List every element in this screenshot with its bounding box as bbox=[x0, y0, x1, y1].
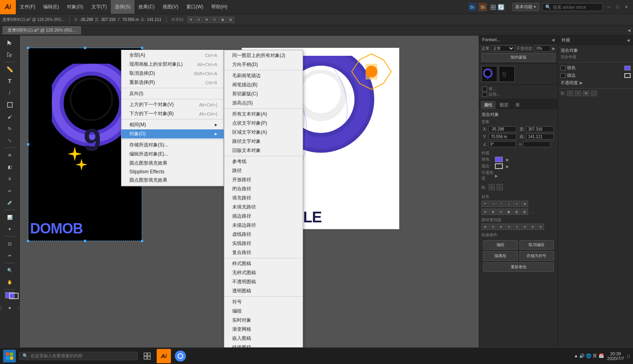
opacity-input[interactable] bbox=[535, 46, 551, 51]
distrib-h-btn[interactable]: ⊠ bbox=[489, 209, 497, 215]
obj-styled-art[interactable]: 样式图稿 bbox=[224, 259, 303, 268]
obj-direction-handle[interactable]: 方向手柄(D) bbox=[224, 60, 303, 69]
mask-thumbnail[interactable]: 9 bbox=[499, 66, 515, 82]
pf-outline-btn[interactable]: ⊛ bbox=[529, 224, 536, 230]
fill-swatch[interactable] bbox=[624, 66, 631, 70]
obj-closed-path[interactable]: 闭合路径 bbox=[224, 184, 303, 193]
align-left-btn[interactable]: ⊞ bbox=[188, 17, 195, 23]
menu-next-above[interactable]: 上方的下一个对象(V) Alt+Ctrl+] bbox=[121, 100, 224, 109]
y-input[interactable] bbox=[489, 134, 516, 140]
scale-tool[interactable]: ⤡ bbox=[4, 135, 16, 146]
fill-color-box[interactable] bbox=[495, 157, 503, 162]
pf-minus-btn[interactable]: ⊖ bbox=[489, 224, 497, 230]
fx-button[interactable]: fx bbox=[561, 90, 565, 96]
recolor-btn[interactable]: 重新着色 bbox=[483, 262, 554, 272]
effect-remove-btn[interactable]: - bbox=[497, 184, 503, 190]
ungroup-btn[interactable]: 取消编组 bbox=[519, 240, 554, 250]
menu-stipplism[interactable]: Stipplism Effects bbox=[121, 168, 224, 176]
distrib-left-btn[interactable]: ⊟ bbox=[481, 209, 489, 215]
tab-libraries[interactable]: 库 bbox=[512, 101, 523, 109]
restore-button[interactable]: □ bbox=[615, 4, 620, 10]
slice-tool[interactable]: ✂ bbox=[4, 250, 16, 261]
blend-mode-select[interactable]: 正常 bbox=[491, 46, 515, 51]
obj-mesh[interactable]: 渐变网格 bbox=[224, 325, 303, 334]
align-bottom-btn[interactable]: ▥ bbox=[227, 17, 234, 23]
obj-all-text[interactable]: 所有文本对象(A) bbox=[224, 110, 303, 119]
blend-tool[interactable]: ∞ bbox=[4, 185, 16, 196]
stroke-color-box[interactable] bbox=[495, 163, 503, 169]
app-copy-btn[interactable]: ⊞ bbox=[583, 91, 589, 96]
obj-transparent-art[interactable]: 透明图稿 bbox=[224, 286, 303, 296]
align-left-edges-btn[interactable]: ⊢ bbox=[481, 201, 489, 207]
taskbar-chrome-icon[interactable] bbox=[174, 350, 187, 362]
art-thumbnail[interactable]: 9 bbox=[481, 66, 497, 82]
obj-filled-path[interactable]: 填充路径 bbox=[224, 193, 303, 203]
obj-clipping-mask[interactable]: 剪切蒙版(C) bbox=[224, 89, 303, 99]
fontself-collapse-btn[interactable]: ◀ bbox=[552, 38, 555, 42]
effect-add-btn[interactable]: + bbox=[489, 184, 495, 190]
distrib-bottom-btn[interactable]: ▤ bbox=[521, 209, 528, 215]
draw-mode-icon[interactable]: ● bbox=[6, 304, 14, 312]
obj-group[interactable]: 编组 bbox=[224, 307, 303, 316]
obj-brush-stroke[interactable]: 画笔描边(B) bbox=[224, 80, 303, 89]
menu-save-selection[interactable]: 存储所选对象(S)... bbox=[121, 140, 224, 150]
pf-exclude-btn[interactable]: ⊘ bbox=[505, 224, 512, 230]
fill-opacity-btn[interactable]: ▶ bbox=[506, 157, 509, 162]
obj-path-text[interactable]: 路径文字对象 bbox=[224, 137, 303, 146]
stroke-checkbox[interactable] bbox=[561, 73, 565, 78]
bridge-icon[interactable]: Br bbox=[468, 3, 477, 11]
search-box[interactable]: 🔍 bbox=[542, 3, 603, 11]
pf-trim-btn[interactable]: ⊙ bbox=[513, 224, 520, 230]
type-tool[interactable]: T bbox=[4, 76, 16, 87]
opacity-expand-row-btn[interactable]: ▶ bbox=[495, 174, 498, 178]
stock-icon[interactable]: St bbox=[478, 3, 487, 11]
obj-solid-path[interactable]: 实线路径 bbox=[224, 239, 303, 248]
zoom-tool[interactable]: 🔍 bbox=[4, 265, 16, 276]
align-right-edges-btn[interactable]: ⊤ bbox=[497, 201, 504, 207]
obj-opaque-art[interactable]: 不透明图稿 bbox=[224, 277, 303, 286]
distrib-top-btn[interactable]: ▦ bbox=[505, 209, 512, 215]
pf-minus-back-btn[interactable]: ⊜ bbox=[537, 224, 544, 230]
menu-object[interactable]: 对象(O) bbox=[121, 129, 224, 138]
align-top-edges-btn[interactable]: ⊥ bbox=[505, 201, 512, 207]
search-input[interactable] bbox=[553, 5, 600, 9]
rect-tool[interactable] bbox=[4, 99, 16, 110]
menu-object[interactable]: 对象(O) bbox=[63, 0, 87, 14]
app-delete-btn[interactable]: × bbox=[575, 91, 581, 96]
menu-next-below[interactable]: 下方的下一个对象(B) Alt+Ctrl+[ bbox=[121, 109, 224, 118]
stroke-expand-btn[interactable]: ▶ bbox=[506, 164, 509, 169]
direct-selection-tool[interactable] bbox=[4, 49, 16, 60]
stroke-swatch-app[interactable] bbox=[624, 73, 631, 78]
taskbar-ai-icon[interactable]: Ai bbox=[157, 349, 171, 363]
obj-point-text[interactable]: 点状文字对象(P) bbox=[224, 119, 303, 128]
opacity-expand-btn[interactable]: ▶ bbox=[580, 80, 583, 85]
obj-open-path[interactable]: 开放路径 bbox=[224, 175, 303, 184]
obj-same-layer[interactable]: 同一图层上的所有对象(J) bbox=[224, 51, 303, 60]
distrib-v-btn[interactable]: ▥ bbox=[513, 209, 520, 215]
checkbox-clip[interactable] bbox=[482, 87, 487, 91]
selection-tool[interactable] bbox=[4, 37, 16, 48]
x-input[interactable] bbox=[489, 126, 516, 132]
menu-stipple-fill2[interactable]: 圆点图形填充效果 bbox=[121, 176, 224, 185]
brush-tool[interactable]: 🖌 bbox=[4, 111, 16, 122]
obj-unstyled-art[interactable]: 无样式图稿 bbox=[224, 268, 303, 277]
group-btn[interactable]: 编组 bbox=[483, 240, 518, 250]
app-options-btn[interactable]: … bbox=[591, 91, 597, 96]
workspace-dropdown[interactable]: 基本功能 ▼ bbox=[512, 3, 539, 11]
obj-legacy-text[interactable]: 旧版文本对象 bbox=[224, 146, 303, 155]
menu-edit[interactable]: 编辑(E) bbox=[39, 0, 63, 14]
sync-icon[interactable]: 🔄 bbox=[498, 4, 504, 10]
menu-select-all-artboard[interactable]: 现用画板上的全部对象(L) Alt+Ctrl+A bbox=[121, 60, 224, 69]
menu-same[interactable]: 相同(M) bbox=[121, 120, 224, 129]
menu-view[interactable]: 视图(V) bbox=[159, 0, 182, 14]
menu-inverse[interactable]: 反向(I) bbox=[121, 89, 224, 98]
doc-tab-main[interactable]: 度摩9周年(1).ai* @ 128.26% (RG... bbox=[2, 26, 81, 34]
artboard-tool[interactable]: ⊡ bbox=[4, 238, 16, 249]
checkbox-invert[interactable] bbox=[482, 92, 487, 97]
tab-layers[interactable]: 图层 bbox=[497, 101, 512, 109]
make-mask-btn[interactable]: 制作蒙版 bbox=[481, 53, 555, 62]
symbol-tool[interactable]: ✦ bbox=[4, 224, 16, 235]
transparency-expand-btn[interactable]: ▶ bbox=[552, 46, 555, 51]
distrib-right-btn[interactable]: ⊡ bbox=[497, 209, 504, 215]
align-v-center-btn[interactable]: ≡ bbox=[513, 201, 520, 207]
